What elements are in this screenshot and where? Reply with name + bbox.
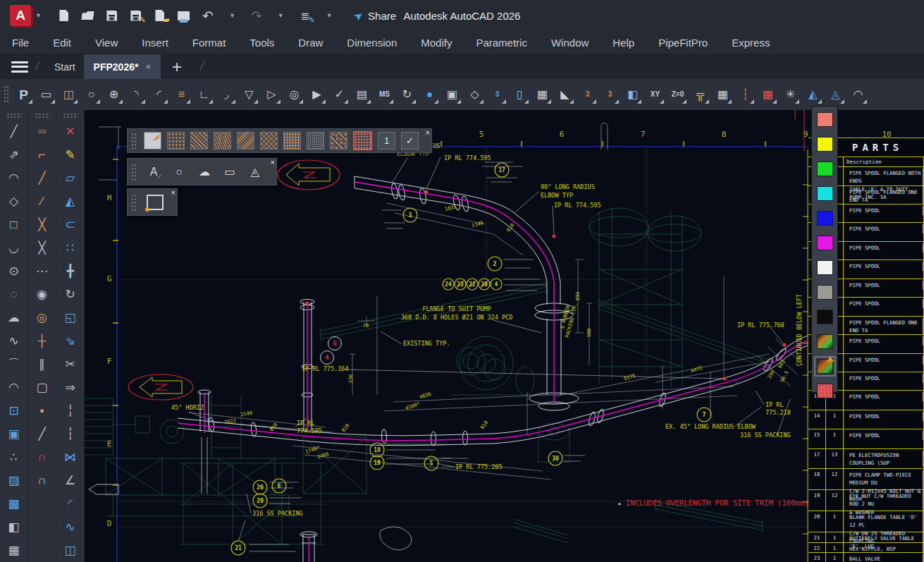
- swatch-blue[interactable]: [817, 211, 833, 226]
- toolbar-elbow-long-radius-icon[interactable]: ◞: [216, 84, 237, 105]
- toolbar-pipe-fitting-icon[interactable]: ◫: [58, 84, 79, 105]
- autocad-logo-icon[interactable]: A: [10, 5, 31, 26]
- toolbar-pipe-flange-icon[interactable]: ◎: [284, 84, 304, 105]
- menu-parametric[interactable]: Parametric: [464, 37, 539, 49]
- undo-dropdown-icon[interactable]: ▼: [229, 12, 235, 19]
- tab-pfp2026[interactable]: PFP2026* ×: [84, 54, 161, 79]
- toolbar-iso-cube-icon[interactable]: ◇: [464, 84, 485, 105]
- new-tab-button[interactable]: +: [172, 57, 182, 77]
- modify-offset-icon[interactable]: ⊂: [58, 213, 82, 236]
- modify-move-icon[interactable]: ╋: [58, 259, 82, 283]
- menu-format[interactable]: Format: [180, 37, 238, 49]
- toolbar-spec-clipboard-icon[interactable]: ▤: [352, 84, 372, 105]
- toolbar-pipe-flag-icon[interactable]: ▶: [307, 84, 327, 105]
- toolbar-pipe-valve-icon[interactable]: ▽: [239, 84, 259, 105]
- draw-gradient-icon[interactable]: ▩: [2, 492, 26, 515]
- tab-start[interactable]: Start: [46, 61, 84, 73]
- modify-box-3d-icon[interactable]: ◫: [58, 539, 82, 562]
- menu-modify[interactable]: Modify: [409, 37, 464, 49]
- menu-express[interactable]: Express: [720, 37, 782, 49]
- modify-erase-icon[interactable]: ✕: [58, 120, 82, 143]
- toolbar-mirror-circle-icon[interactable]: ◬: [825, 84, 846, 105]
- swatch-red[interactable]: [817, 112, 833, 127]
- hatch-speckle-button[interactable]: [167, 132, 185, 149]
- hatch-red-selected-button[interactable]: [353, 131, 372, 150]
- menu-draw[interactable]: Draw: [286, 37, 335, 49]
- redo-dropdown-icon[interactable]: ▼: [278, 12, 284, 19]
- draw-construction-line-icon[interactable]: ⇗: [2, 143, 26, 166]
- snap-linetype-dashdot-icon[interactable]: ⋯: [30, 259, 54, 283]
- modify-chamfer-icon[interactable]: ∠: [58, 469, 82, 492]
- toolbar-pipe-spool-icon[interactable]: ▭: [36, 84, 56, 105]
- draw-table-icon[interactable]: ▦: [2, 539, 26, 562]
- toolbar-cylinder-3d-icon[interactable]: ▯: [510, 84, 530, 105]
- toolbar-orbit-3d-icon[interactable]: ↻: [397, 84, 417, 105]
- draw-hatch-icon[interactable]: ▨: [2, 469, 26, 492]
- toolbar-pipe-check-icon[interactable]: ✓: [329, 84, 350, 105]
- hatch-fine-button[interactable]: [307, 132, 324, 149]
- toolbar-paint-dots-icon[interactable]: ✳: [780, 84, 801, 105]
- toolbar-plane-3-icon[interactable]: 3: [577, 84, 598, 105]
- snap-parallel-lines-icon[interactable]: ∥: [30, 353, 54, 376]
- open-drawing-button[interactable]: [81, 8, 95, 23]
- draw-region-icon[interactable]: ◧: [2, 515, 26, 539]
- swatch-gradient-2[interactable]: [817, 359, 833, 374]
- snap-snap-magnet-off-icon[interactable]: ∩: [30, 446, 54, 469]
- toolbar-copy-faces-icon[interactable]: ◧: [622, 84, 643, 105]
- snap-snap-magnet-icon[interactable]: ∩: [30, 469, 54, 492]
- hatch-diag-dense-button[interactable]: [237, 132, 254, 149]
- draw-polygon-icon[interactable]: ◇: [2, 190, 26, 213]
- menu-file[interactable]: File: [0, 37, 41, 49]
- tab-close-icon[interactable]: ×: [145, 61, 151, 72]
- toolbar-grip[interactable]: [35, 113, 50, 118]
- draw-line-icon[interactable]: ╱: [2, 120, 26, 143]
- snap-node-vertical-icon[interactable]: ┼: [30, 329, 54, 353]
- toolbar-arc-tool-icon[interactable]: ◠: [848, 84, 868, 105]
- snap-node-segment-icon[interactable]: ╱: [30, 166, 54, 190]
- modify-fillet-icon[interactable]: ◜: [58, 492, 82, 515]
- snap-rect-circle-icon[interactable]: ▢: [30, 376, 54, 399]
- snap-node-diagonal-icon[interactable]: ╱: [30, 422, 54, 446]
- modify-trim-icon[interactable]: ✂: [58, 353, 82, 376]
- snap-node-cross-icon[interactable]: ╳: [30, 213, 54, 236]
- snap-node-line-icon[interactable]: ∕: [30, 190, 54, 213]
- toolbar-pipefitpro-main-icon[interactable]: P: [13, 84, 34, 105]
- toolbar-pipe-bend-2-icon[interactable]: ◜: [149, 84, 169, 105]
- toolbar-grip[interactable]: [131, 133, 137, 149]
- swatch-red-grid[interactable]: [817, 384, 833, 398]
- revcloud-rect-button[interactable]: ▭: [221, 164, 239, 181]
- hamburger-menu-icon[interactable]: [11, 61, 28, 73]
- pickbox-button[interactable]: [147, 195, 164, 210]
- toolbar-box-3d-icon[interactable]: ▣: [442, 84, 462, 105]
- save-button[interactable]: [105, 8, 119, 23]
- snap-node-cross-2-icon[interactable]: ╳: [30, 236, 54, 259]
- mtext-button[interactable]: A✓: [144, 164, 163, 181]
- snap-donut-icon[interactable]: ◉: [30, 283, 54, 306]
- toolbar-pipe-target-icon[interactable]: ⊕: [104, 84, 124, 105]
- modify-scale-icon[interactable]: ◱: [58, 306, 82, 329]
- draw-point-multiple-icon[interactable]: ∴: [2, 446, 26, 469]
- menu-insert[interactable]: Insert: [130, 37, 180, 49]
- toolbar-mirror-3d-icon[interactable]: ◭: [803, 84, 823, 105]
- draw-revision-cloud-icon[interactable]: ☁: [2, 306, 26, 329]
- swatch-magenta[interactable]: [817, 236, 833, 250]
- swatch-cyan[interactable]: [817, 186, 833, 201]
- draw-ellipse-arc-icon[interactable]: ⌒: [2, 353, 26, 376]
- toolbar-pipe-bend-icon[interactable]: ◝: [126, 84, 147, 105]
- toolbar-grip[interactable]: [131, 164, 137, 181]
- toolbar-grip[interactable]: [4, 85, 9, 104]
- menu-tools[interactable]: Tools: [238, 37, 286, 49]
- toolbar-wedge-3d-icon[interactable]: ◣: [555, 84, 575, 105]
- toolbar-ms-export-icon[interactable]: MS: [374, 84, 395, 105]
- swatch-yellow[interactable]: [817, 137, 833, 152]
- modify-mirror-icon[interactable]: ◭: [58, 190, 82, 213]
- toolbar-bolted-plate-icon[interactable]: ▦: [532, 84, 553, 105]
- hatch-check-button[interactable]: ✓: [401, 132, 419, 149]
- close-icon[interactable]: ×: [271, 159, 275, 166]
- hatch-cross-button[interactable]: [260, 132, 278, 149]
- revcloud-button[interactable]: ☁: [195, 164, 214, 181]
- snap-node-point-icon[interactable]: ▪: [30, 399, 54, 422]
- draw-arc-3point-icon[interactable]: ◡: [2, 236, 26, 259]
- save-as-button[interactable]: ✎: [129, 8, 143, 23]
- menu-view[interactable]: View: [83, 37, 130, 49]
